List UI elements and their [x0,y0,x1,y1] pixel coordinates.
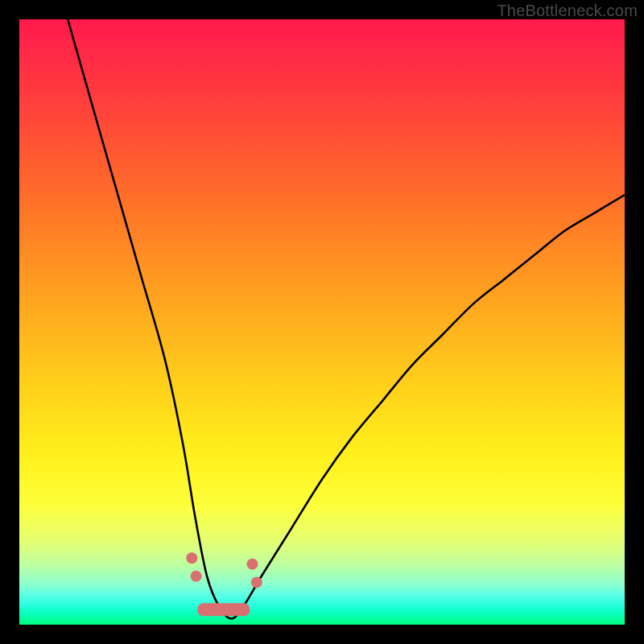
bottleneck-curve-svg [19,19,625,625]
curve-marker-dot [191,571,202,582]
curve-trough-highlight [197,603,250,616]
curve-marker-dot [247,559,258,570]
curve-marker-dot [251,576,262,588]
chart-plot-area [19,19,625,625]
curve-marker-dot [186,552,197,564]
curve-markers [186,552,262,588]
bottleneck-curve [68,19,625,619]
watermark-text: TheBottleneck.com [497,2,638,20]
